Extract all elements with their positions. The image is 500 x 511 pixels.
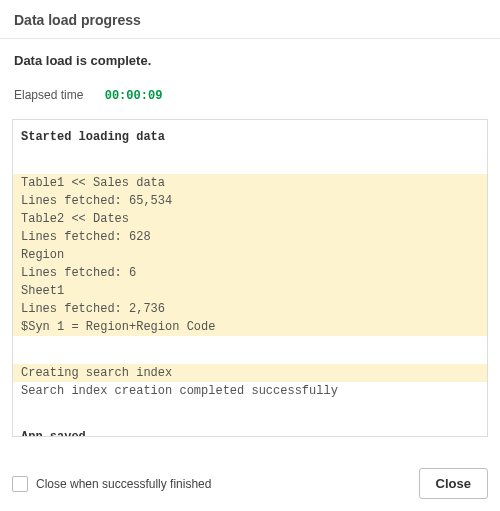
- log-spacer: [13, 336, 487, 350]
- log-line: Table1 << Sales data: [13, 174, 487, 192]
- log-spacer: [13, 146, 487, 160]
- log-line: Lines fetched: 6: [13, 264, 487, 282]
- status-message: Data load is complete.: [14, 53, 151, 68]
- elapsed-label: Elapsed time: [14, 88, 83, 102]
- elapsed-row: Elapsed time 00:00:09: [0, 74, 500, 113]
- close-on-success-checkbox[interactable]: Close when successfully finished: [12, 476, 211, 492]
- log-spacer: [13, 400, 487, 414]
- log-line: Lines fetched: 65,534: [13, 192, 487, 210]
- log-spacer: [13, 350, 487, 364]
- log-line: Table2 << Dates: [13, 210, 487, 228]
- log-line: App saved: [13, 428, 487, 436]
- log-spacer: [13, 160, 487, 174]
- dialog-footer: Close when successfully finished Close: [0, 458, 500, 511]
- log-line: Region: [13, 246, 487, 264]
- dialog-title: Data load progress: [0, 0, 500, 39]
- log-spacer: [13, 414, 487, 428]
- close-button[interactable]: Close: [419, 468, 488, 499]
- log-scroll[interactable]: Started loading dataTable1 << Sales data…: [13, 120, 487, 436]
- log-line: Creating search index: [13, 364, 487, 382]
- log-line: $Syn 1 = Region+Region Code: [13, 318, 487, 336]
- log-line: Search index creation completed successf…: [13, 382, 487, 400]
- close-button-label: Close: [436, 476, 471, 491]
- log-panel: Started loading dataTable1 << Sales data…: [12, 119, 488, 437]
- log-line: Lines fetched: 2,736: [13, 300, 487, 318]
- log-line: Lines fetched: 628: [13, 228, 487, 246]
- dialog-title-text: Data load progress: [14, 12, 141, 28]
- elapsed-value: 00:00:09: [105, 89, 163, 103]
- status-area: Data load is complete.: [0, 39, 500, 74]
- log-line: Sheet1: [13, 282, 487, 300]
- log-line: Started loading data: [13, 128, 487, 146]
- checkbox-box[interactable]: [12, 476, 28, 492]
- checkbox-label: Close when successfully finished: [36, 477, 211, 491]
